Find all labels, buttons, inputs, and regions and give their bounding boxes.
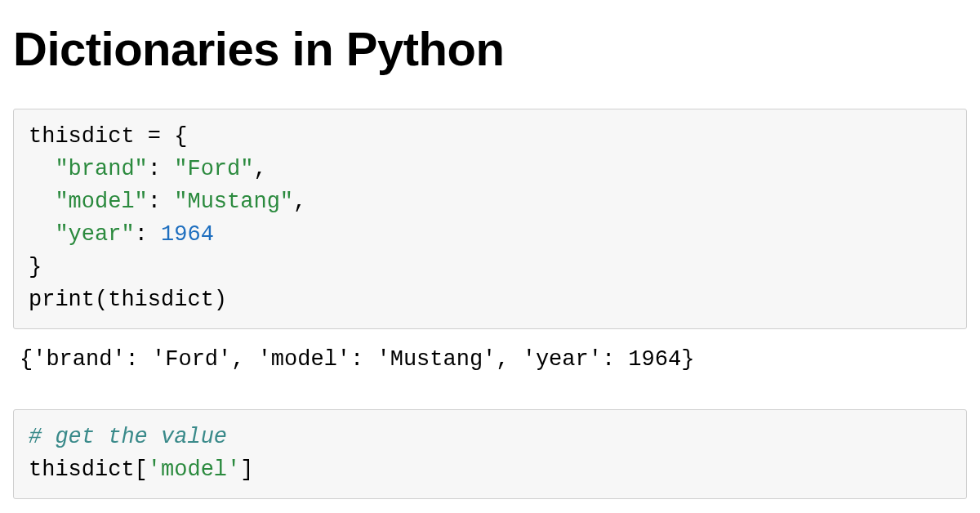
code-cell-2: # get the value thisdict['model']: [13, 409, 967, 499]
colon: :: [135, 222, 161, 247]
string-literal: 'model': [148, 457, 240, 482]
dict-value: "Ford": [174, 157, 253, 181]
code-indent: [29, 157, 55, 181]
page-title: Dictionaries in Python: [13, 21, 967, 76]
code-comment: # get the value: [29, 425, 227, 449]
output-cell-1: {'brand': 'Ford', 'model': 'Mustang', 'y…: [20, 344, 967, 377]
colon: :: [148, 190, 174, 214]
code-line: }: [29, 255, 42, 279]
dict-key: "brand": [55, 157, 147, 181]
code-line: thisdict = {: [29, 124, 187, 149]
dict-value: "Mustang": [174, 190, 293, 214]
code-text: thisdict[: [29, 457, 148, 482]
dict-key: "model": [55, 190, 147, 214]
code-cell-1: thisdict = { "brand": "Ford", "model": "…: [13, 109, 967, 329]
dict-key: "year": [55, 222, 134, 247]
comma: ,: [253, 157, 266, 181]
code-indent: [29, 222, 55, 247]
dict-value: 1964: [161, 222, 214, 247]
colon: :: [148, 157, 174, 181]
code-indent: [29, 190, 55, 214]
comma: ,: [293, 190, 306, 214]
code-text: ]: [240, 457, 253, 482]
code-line: print(thisdict): [29, 288, 227, 312]
